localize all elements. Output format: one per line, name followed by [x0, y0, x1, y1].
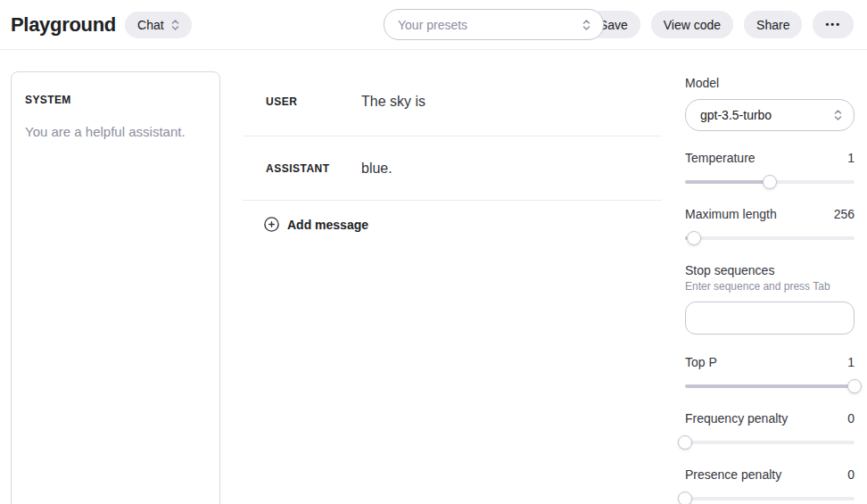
chevron-updown-icon [582, 19, 590, 31]
presets-placeholder: Your presets [398, 18, 467, 32]
main-content: SYSTEM You are a helpful assistant. USER… [0, 50, 867, 504]
presence-penalty-control: Presence penalty 0 [685, 467, 855, 504]
message-content[interactable]: The sky is [361, 94, 425, 110]
page-title: Playground [11, 13, 116, 37]
view-code-button[interactable]: View code [651, 11, 733, 38]
frequency-penalty-slider[interactable] [685, 435, 855, 450]
slider-thumb[interactable] [678, 435, 692, 450]
top-bar: Playground Chat Your presets Save View c… [0, 0, 867, 50]
temperature-label: Temperature [685, 151, 756, 165]
slider-thumb[interactable] [687, 231, 701, 245]
slider-thumb[interactable] [678, 492, 692, 504]
maximum-length-slider[interactable] [685, 231, 855, 245]
system-label: SYSTEM [25, 94, 206, 106]
slider-thumb[interactable] [763, 175, 777, 189]
chevron-updown-icon [834, 109, 842, 121]
message-row-assistant[interactable]: ASSISTANT blue. [243, 136, 662, 201]
system-message-placeholder: You are a helpful assistant. [25, 124, 206, 139]
chevron-updown-icon [171, 19, 179, 31]
maximum-length-value: 256 [834, 207, 855, 221]
model-value: gpt-3.5-turbo [700, 108, 772, 122]
maximum-length-label: Maximum length [685, 207, 777, 221]
presence-penalty-slider[interactable] [685, 492, 855, 504]
slider-thumb[interactable] [847, 379, 862, 393]
stop-sequences-input[interactable] [685, 302, 855, 335]
presets-select[interactable]: Your presets [384, 9, 604, 40]
header-actions: Save View code Share ••• [587, 11, 854, 38]
system-message-panel[interactable]: SYSTEM You are a helpful assistant. [11, 71, 220, 504]
top-p-label: Top P [685, 355, 717, 369]
ellipsis-icon: ••• [825, 20, 841, 29]
model-label: Model [685, 76, 855, 90]
top-p-control: Top P 1 [685, 355, 855, 393]
frequency-penalty-value: 0 [847, 411, 855, 426]
message-role-button[interactable]: ASSISTANT [266, 162, 361, 175]
top-p-slider[interactable] [685, 379, 855, 393]
stop-sequences-label: Stop sequences [685, 263, 855, 277]
mode-selector-label: Chat [137, 18, 164, 32]
share-button[interactable]: Share [744, 11, 802, 38]
model-group: Model gpt-3.5-turbo [685, 76, 855, 131]
frequency-penalty-label: Frequency penalty [685, 411, 788, 426]
stop-sequences-hint: Enter sequence and press Tab [685, 280, 855, 293]
message-content[interactable]: blue. [361, 161, 392, 177]
maximum-length-control: Maximum length 256 [685, 207, 855, 245]
settings-panel: Model gpt-3.5-turbo Temperature 1 Maxim [685, 50, 855, 504]
add-message-row: Add message [243, 201, 662, 235]
message-role-button[interactable]: USER [266, 95, 361, 108]
add-message-label: Add message [287, 218, 368, 232]
circle-plus-icon [264, 217, 279, 232]
temperature-slider[interactable] [685, 175, 855, 189]
more-options-button[interactable]: ••• [813, 11, 854, 38]
message-row-user[interactable]: USER The sky is [243, 68, 662, 136]
presence-penalty-label: Presence penalty [685, 467, 781, 482]
mode-selector-chat[interactable]: Chat [125, 12, 192, 38]
add-message-button[interactable]: Add message [264, 217, 368, 232]
top-p-value: 1 [847, 355, 855, 369]
model-select[interactable]: gpt-3.5-turbo [685, 99, 855, 131]
stop-sequences-control: Stop sequences Enter sequence and press … [685, 263, 855, 335]
presence-penalty-value: 0 [847, 467, 855, 482]
chat-messages: USER The sky is ASSISTANT blue. Add mess… [243, 50, 662, 235]
temperature-control: Temperature 1 [685, 151, 855, 189]
frequency-penalty-control: Frequency penalty 0 [685, 411, 855, 450]
temperature-value: 1 [847, 151, 855, 165]
